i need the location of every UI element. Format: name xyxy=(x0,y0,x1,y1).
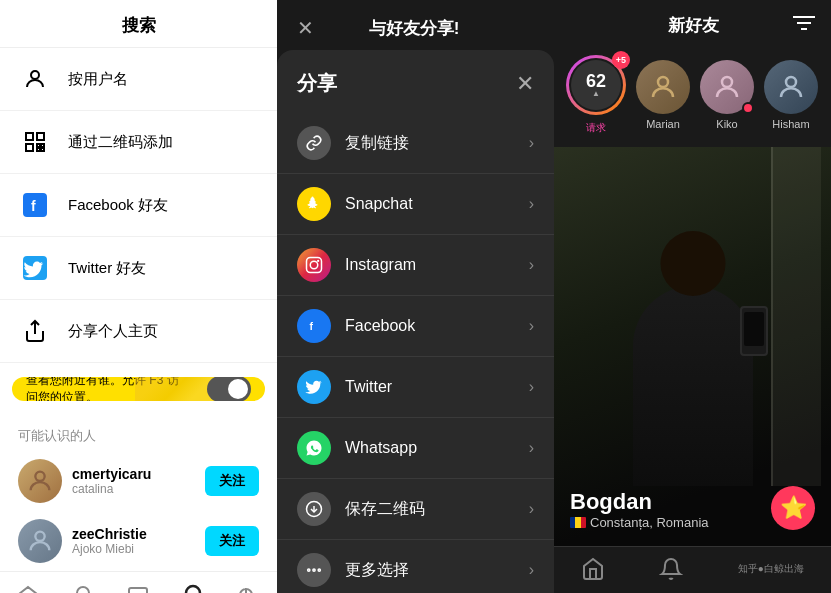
twitter-label: Twitter 好友 xyxy=(68,259,146,278)
instagram-chevron: › xyxy=(529,256,534,274)
svg-point-30 xyxy=(786,77,796,87)
nav-search[interactable] xyxy=(182,582,206,593)
nf-title: 新好友 xyxy=(594,14,793,37)
nf-main-avatar-wrap: 62 ▲ +5 xyxy=(566,55,626,115)
new-friends-panel: 新好友 62 ▲ +5 请求 xyxy=(554,0,831,593)
svg-point-13 xyxy=(35,532,44,541)
twitter-share-label: Twitter xyxy=(345,378,392,396)
share-icon xyxy=(18,314,52,348)
copy-link-chevron: › xyxy=(529,134,534,152)
share-option-more[interactable]: 更多选择 › xyxy=(277,540,554,593)
kiko-name: Kiko xyxy=(716,118,737,130)
nav-chat[interactable] xyxy=(126,585,150,594)
share-sheet-close-button[interactable]: ✕ xyxy=(516,71,534,97)
snapchat-icon xyxy=(297,187,331,221)
nf-friend-hisham[interactable]: Hisham xyxy=(764,60,818,130)
twitter-share-icon xyxy=(297,370,331,404)
nav-home[interactable] xyxy=(16,585,40,594)
nf-bottom-nav: 知乎●白鲸出海 xyxy=(554,546,831,593)
copy-link-icon xyxy=(297,126,331,160)
qrcode-label: 通过二维码添加 xyxy=(68,133,173,152)
search-twitter-friends[interactable]: Twitter 好友 xyxy=(0,237,277,300)
share-option-whatsapp[interactable]: Whatsapp › xyxy=(277,418,554,479)
nav-ghost[interactable] xyxy=(237,585,261,594)
share-option-facebook[interactable]: f Facebook › xyxy=(277,296,554,357)
snapchat-chevron: › xyxy=(529,195,534,213)
share-option-save-qr[interactable]: 保存二维码 › xyxy=(277,479,554,540)
svg-text:f: f xyxy=(31,198,36,214)
request-label: 请求 xyxy=(586,121,606,135)
username-label: 按用户名 xyxy=(68,70,128,89)
marian-name: Marian xyxy=(646,118,680,130)
save-qr-chevron: › xyxy=(529,500,534,518)
copy-link-label: 复制链接 xyxy=(345,133,409,154)
profile-card[interactable]: Bogdan Constanța, Romania ⭐ xyxy=(554,147,831,546)
hisham-name: Hisham xyxy=(772,118,809,130)
more-label: 更多选择 xyxy=(345,560,409,581)
share-label: 分享个人主页 xyxy=(68,322,158,341)
follow-button[interactable]: 关注 xyxy=(205,466,259,496)
share-option-instagram[interactable]: Instagram › xyxy=(277,235,554,296)
nf-nav-watermark: 知乎●白鲸出海 xyxy=(738,562,804,576)
svg-rect-4 xyxy=(37,144,40,147)
search-by-qrcode[interactable]: 通过二维码添加 xyxy=(0,111,277,174)
nav-bell[interactable] xyxy=(71,585,95,594)
share-sheet-title: 分享 xyxy=(297,70,337,97)
online-dot xyxy=(742,102,754,114)
bottom-nav xyxy=(0,571,277,593)
nf-friend-kiko[interactable]: Kiko xyxy=(700,60,754,130)
person-info: zeeChristie Ajoko Miebi xyxy=(72,526,195,556)
nf-nav-bell[interactable] xyxy=(659,557,683,581)
svg-point-18 xyxy=(317,260,319,262)
svg-point-24 xyxy=(318,569,320,571)
facebook-label: Facebook 好友 xyxy=(68,196,168,215)
share-top-close[interactable]: ✕ xyxy=(297,16,314,40)
facebook-share-icon: f xyxy=(297,309,331,343)
more-options-icon xyxy=(297,553,331,587)
facebook-chevron: › xyxy=(529,317,534,335)
more-chevron: › xyxy=(529,561,534,579)
flag-romania xyxy=(570,517,586,528)
save-qr-label: 保存二维码 xyxy=(345,499,425,520)
svg-rect-1 xyxy=(26,133,33,140)
share-option-snapchat[interactable]: Snapchat › xyxy=(277,174,554,235)
share-profile[interactable]: 分享个人主页 xyxy=(0,300,277,363)
qr-icon xyxy=(18,125,52,159)
svg-point-14 xyxy=(186,586,200,593)
svg-point-17 xyxy=(310,261,318,269)
svg-rect-7 xyxy=(41,148,44,151)
instagram-label: Instagram xyxy=(345,256,416,274)
nf-main-avatar-item[interactable]: 62 ▲ +5 请求 xyxy=(566,55,626,135)
location-banner[interactable]: 查看您附近有谁。允许 F3 访问您的位置。 xyxy=(12,377,265,401)
main-avatar-inner: 62 ▲ xyxy=(571,60,621,110)
svg-point-22 xyxy=(308,569,310,571)
share-option-twitter[interactable]: Twitter › xyxy=(277,357,554,418)
search-facebook-friends[interactable]: f Facebook 好友 xyxy=(0,174,277,237)
person-sub: Ajoko Miebi xyxy=(72,542,195,556)
filter-icon[interactable] xyxy=(793,14,815,37)
person-name: zeeChristie xyxy=(72,526,195,542)
snapchat-label: Snapchat xyxy=(345,195,413,213)
avatar xyxy=(18,459,62,503)
avatar xyxy=(18,519,62,563)
svg-rect-16 xyxy=(307,258,322,273)
share-top-title: 与好友分享! xyxy=(369,17,460,40)
location-toggle[interactable] xyxy=(207,377,251,401)
svg-rect-6 xyxy=(37,148,40,151)
svg-rect-2 xyxy=(37,133,44,140)
follow-button[interactable]: 关注 xyxy=(205,526,259,556)
search-by-username[interactable]: 按用户名 xyxy=(0,48,277,111)
share-option-copy-link[interactable]: 复制链接 › xyxy=(277,113,554,174)
friend-count: 62 xyxy=(586,72,606,90)
star-button[interactable]: ⭐ xyxy=(771,486,815,530)
new-badge: +5 xyxy=(612,51,630,69)
share-sheet: 分享 ✕ 复制链接 › xyxy=(277,50,554,593)
user-icon xyxy=(18,62,52,96)
nf-avatar-marian xyxy=(636,60,690,114)
share-top-bar: ✕ 与好友分享! xyxy=(277,0,554,50)
nf-friend-marian[interactable]: Marian xyxy=(636,60,690,130)
svg-text:f: f xyxy=(310,320,314,332)
person-item: zeeChristie Ajoko Miebi 关注 xyxy=(0,511,277,571)
nf-nav-home[interactable] xyxy=(581,557,605,581)
svg-rect-3 xyxy=(26,144,33,151)
